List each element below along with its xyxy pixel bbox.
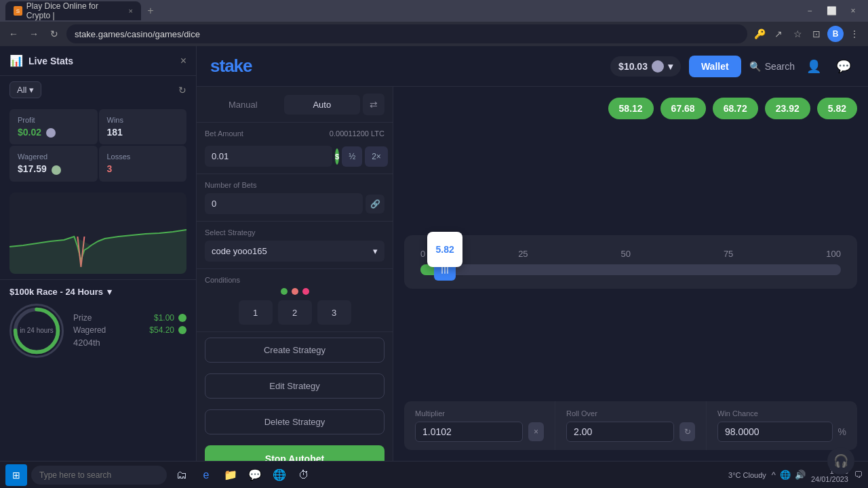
- profit-value: $0.02: [18, 127, 90, 138]
- search-label: Search: [765, 61, 795, 72]
- select-strategy-section: Select Strategy code yooo165 ▾: [197, 222, 393, 269]
- extensions-btn[interactable]: 🔑: [751, 26, 768, 42]
- search-button[interactable]: 🔍 Search: [749, 61, 795, 72]
- stats-chart-icon: 📊: [9, 54, 23, 67]
- support-button[interactable]: 🎧: [827, 447, 854, 474]
- dice-slider-track[interactable]: 5.82: [420, 264, 841, 275]
- wagered-value: $17.59: [18, 163, 90, 174]
- game-split: Manual Auto ⇄ Bet Amount 0.00011200 LTC …: [197, 87, 868, 461]
- stats-refresh-btn[interactable]: ↻: [178, 85, 186, 96]
- multiplier-value-row: ×: [415, 422, 544, 442]
- bet-amount-input[interactable]: [205, 146, 332, 167]
- win-chance-input[interactable]: [717, 422, 833, 442]
- roll-over-value-row: ↻: [566, 422, 695, 442]
- delete-strategy-btn[interactable]: Delete Strategy: [205, 409, 384, 434]
- tab-manual[interactable]: Manual: [205, 95, 281, 115]
- prize-value: $1.00: [154, 313, 186, 323]
- taskbar-app-4[interactable]: 💬: [244, 464, 266, 486]
- edit-strategy-btn[interactable]: Edit Strategy: [205, 373, 384, 399]
- bookmark-btn[interactable]: ☆: [789, 26, 806, 42]
- stake-logo: stake: [210, 56, 252, 77]
- restore-btn[interactable]: ⬜: [822, 1, 841, 20]
- taskbar-app-3[interactable]: 📁: [220, 464, 241, 486]
- select-strategy-label: Select Strategy: [205, 228, 384, 237]
- weather-display: 3°C Cloudy: [728, 471, 766, 479]
- share-btn[interactable]: ↗: [770, 26, 787, 42]
- strategy-dropdown[interactable]: code yooo165 ▾: [205, 241, 384, 262]
- prize-label: Prize: [73, 313, 92, 323]
- bet-amount-section: Bet Amount 0.00011200 LTC $ ½ 2×: [197, 123, 393, 174]
- live-stats-close-btn[interactable]: ×: [180, 55, 186, 67]
- nav-back-btn[interactable]: ←: [5, 26, 22, 42]
- taskbar-notification-icon[interactable]: 🗨: [854, 470, 863, 480]
- multiplier-x-btn[interactable]: ×: [528, 422, 544, 441]
- percent-label: %: [838, 426, 846, 437]
- conditions-label: Conditions: [205, 276, 384, 284]
- filter-chevron-icon: ▾: [29, 85, 34, 95]
- double-bet-btn[interactable]: 2×: [365, 146, 388, 167]
- taskbar-app-chrome[interactable]: 🌐: [269, 464, 290, 486]
- roll-over-refresh-btn[interactable]: ↻: [679, 422, 695, 441]
- taskbar-app-1[interactable]: 🗂: [171, 464, 193, 486]
- sidebar-toggle-btn[interactable]: ⊡: [808, 26, 825, 42]
- logo-s-letter: s: [210, 56, 219, 76]
- nav-refresh-btn[interactable]: ↻: [46, 26, 62, 42]
- taskbar-search-input[interactable]: [31, 466, 167, 485]
- minimize-btn[interactable]: −: [800, 1, 819, 20]
- losses-value: 3: [107, 163, 179, 174]
- profile-avatar[interactable]: B: [827, 26, 844, 42]
- create-strategy-btn[interactable]: Create Strategy: [205, 338, 384, 363]
- number-bets-section: Number of Bets 🔗: [197, 174, 393, 222]
- taskbar-left: ⊞ 🗂 e 📁 💬 🌐 ⏱: [5, 464, 315, 486]
- address-bar[interactable]: [66, 24, 747, 43]
- taskbar-app-6[interactable]: ⏱: [293, 464, 315, 486]
- menu-btn[interactable]: ⋮: [846, 26, 863, 42]
- slider-label-0: 0: [420, 249, 425, 259]
- close-window-btn[interactable]: ×: [844, 1, 863, 20]
- dice-game-area: 0 25 50 75 100 5.82: [404, 133, 857, 390]
- swap-btn[interactable]: ⇄: [363, 94, 384, 115]
- browser-tab[interactable]: S Play Dice Online for Crypto | ×: [5, 1, 141, 20]
- multiplier-input[interactable]: [415, 422, 523, 442]
- wagered-card: Wagered $17.59: [9, 146, 98, 181]
- number-bets-row: 🔗: [205, 193, 384, 214]
- roll-over-input[interactable]: [566, 422, 674, 442]
- wallet-button[interactable]: Wallet: [689, 56, 741, 77]
- bet-amount-header: Bet Amount 0.00011200 LTC: [205, 129, 384, 142]
- stats-filter-row: All ▾ ↻: [0, 76, 196, 104]
- start-button[interactable]: ⊞: [5, 464, 27, 486]
- dice-results: 58.12 67.68 68.72 23.92 5.82: [404, 98, 857, 119]
- balance-value: $10.03: [618, 61, 648, 72]
- game-stats-row: Multiplier × Roll Over ↻: [404, 401, 857, 450]
- balance-chevron-icon: ▾: [668, 61, 673, 72]
- user-profile-btn[interactable]: 👤: [803, 56, 825, 77]
- chat-btn[interactable]: 💬: [833, 56, 854, 77]
- new-tab-btn[interactable]: +: [141, 1, 160, 20]
- balance-coin-icon: [652, 60, 664, 73]
- tab-close-btn[interactable]: ×: [129, 7, 133, 15]
- multiplier-stat: Multiplier ×: [404, 401, 555, 450]
- race-chevron-icon: ▾: [107, 287, 112, 297]
- taskbar-arrow-icon[interactable]: ^: [772, 470, 776, 480]
- balance-button[interactable]: $10.03 ▾: [610, 56, 681, 77]
- race-body: in 24 hours Prize $1.00 Wagered $54.20: [9, 304, 186, 358]
- dice-result-4: 23.92: [765, 98, 810, 119]
- bet-tabs: Manual Auto ⇄: [197, 87, 393, 123]
- stop-autobet-btn[interactable]: Stop Autobet: [205, 445, 384, 461]
- live-stats-title: 📊 Live Stats: [9, 54, 73, 67]
- condition-btn-3[interactable]: 3: [317, 300, 351, 325]
- taskbar-app-edge[interactable]: e: [195, 464, 217, 486]
- slider-thumb[interactable]: 5.82: [434, 259, 456, 281]
- tab-auto[interactable]: Auto: [284, 95, 361, 115]
- condition-btn-2[interactable]: 2: [278, 300, 312, 325]
- race-rank: 4204th: [73, 338, 186, 348]
- condition-btn-1[interactable]: 1: [239, 300, 273, 325]
- taskbar-system-icons: ^ 🌐 🔊: [772, 470, 806, 480]
- bet-amount-label: Bet Amount: [205, 129, 243, 138]
- taskbar-volume-icon: 🔊: [795, 470, 806, 480]
- nav-forward-btn[interactable]: →: [26, 26, 42, 42]
- stats-filter-dropdown[interactable]: All ▾: [9, 81, 41, 98]
- number-bets-input[interactable]: [205, 193, 363, 214]
- half-bet-btn[interactable]: ½: [342, 146, 362, 167]
- race-header[interactable]: $100k Race - 24 Hours ▾: [9, 287, 186, 297]
